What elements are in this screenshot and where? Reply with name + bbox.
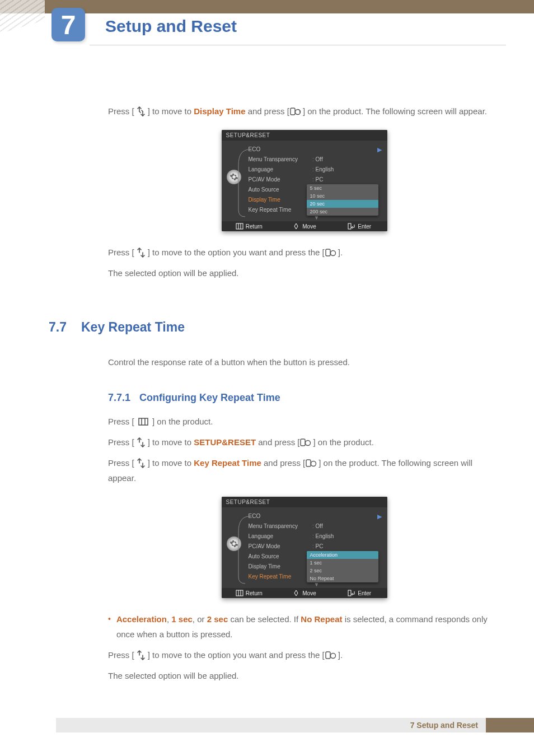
step-2: Press [] to move to SETUP&RESET and pres… bbox=[108, 435, 500, 450]
enter-ring-icon bbox=[299, 437, 313, 447]
osd-move-hint: Move bbox=[277, 590, 332, 596]
dropdown-option: No Repeat bbox=[307, 575, 378, 582]
updown-diamond-icon bbox=[292, 223, 300, 230]
osd-row-label: ECO bbox=[249, 513, 311, 519]
osd-row-value: PC bbox=[316, 176, 385, 183]
instruction-select-option: Press [] to move to the option you want … bbox=[108, 245, 500, 260]
option-1sec: 1 sec bbox=[171, 614, 193, 624]
up-down-icon bbox=[134, 247, 148, 257]
osd-screenshot-key-repeat: SETUP&RESET ▶ ECO Menu Transparency:Off … bbox=[222, 497, 387, 598]
osd-row-label: Language bbox=[249, 166, 311, 172]
section-number: 7.7 bbox=[49, 320, 67, 335]
osd-row-label: Key Repeat Time bbox=[249, 207, 311, 213]
display-time-dropdown: 5 sec 10 sec 20 sec 200 sec bbox=[307, 184, 378, 216]
osd-row-value: Off bbox=[316, 523, 385, 529]
diagonal-decoration bbox=[0, 0, 45, 34]
step-1: Press [ ] on the product. bbox=[108, 414, 500, 429]
footer-accent bbox=[486, 718, 534, 732]
up-down-icon bbox=[134, 458, 148, 468]
display-time-ref: Display Time bbox=[194, 106, 245, 116]
svg-marker-6 bbox=[294, 223, 298, 229]
section-title: Key Repeat Time bbox=[81, 320, 185, 335]
up-down-icon bbox=[134, 650, 148, 660]
svg-rect-7 bbox=[348, 223, 351, 229]
instruction-applied-2: The selected option will be applied. bbox=[108, 668, 500, 683]
option-acceleration: Acceleration bbox=[116, 614, 167, 624]
svg-rect-22 bbox=[326, 652, 330, 659]
footer-text: 7 Setup and Reset bbox=[410, 718, 478, 732]
subsection-title: Configuring Key Repeat Time bbox=[139, 392, 280, 403]
updown-diamond-icon bbox=[292, 590, 300, 596]
osd-row-value: PC bbox=[316, 543, 385, 549]
menu-icon bbox=[236, 223, 243, 230]
svg-rect-0 bbox=[291, 108, 295, 115]
osd-row-label-selected: Key Repeat Time bbox=[249, 573, 311, 580]
svg-marker-20 bbox=[294, 590, 298, 596]
osd-header: SETUP&RESET bbox=[222, 130, 387, 141]
osd-row-label: PC/AV Mode bbox=[249, 176, 311, 183]
osd-enter-hint: Enter bbox=[332, 590, 387, 596]
dropdown-option: 10 sec bbox=[307, 192, 378, 200]
osd-row-value: English bbox=[316, 166, 385, 172]
osd-row-label-selected: Display Time bbox=[249, 197, 311, 203]
svg-point-23 bbox=[330, 654, 335, 659]
chapter-badge: 7 bbox=[51, 8, 85, 41]
chapter-rule bbox=[90, 45, 506, 45]
osd-row-label: Display Time bbox=[249, 563, 311, 570]
enter-ring-icon bbox=[325, 650, 338, 660]
svg-rect-17 bbox=[236, 590, 243, 596]
chapter-title: Setup and Reset bbox=[105, 17, 237, 36]
dropdown-option: 1 sec bbox=[307, 559, 378, 567]
dropdown-option: 200 sec bbox=[307, 208, 378, 216]
svg-rect-3 bbox=[236, 223, 243, 229]
subsection-number: 7.7.1 bbox=[108, 392, 130, 403]
up-down-icon bbox=[134, 437, 148, 447]
svg-point-14 bbox=[306, 441, 311, 446]
osd-return-hint: Return bbox=[222, 223, 277, 230]
key-repeat-dropdown: Acceleration 1 sec 2 sec No Repeat bbox=[307, 551, 378, 582]
osd-header: SETUP&RESET bbox=[222, 497, 387, 507]
instruction-applied: The selected option will be applied. bbox=[108, 265, 500, 281]
svg-rect-21 bbox=[348, 590, 351, 596]
enter-ring-icon bbox=[325, 247, 338, 257]
svg-point-16 bbox=[311, 461, 316, 466]
osd-return-hint: Return bbox=[222, 590, 277, 596]
key-repeat-time-ref: Key Repeat Time bbox=[194, 458, 261, 468]
osd-row-value: English bbox=[316, 533, 385, 539]
instruction-display-time: Press [] to move to Display Time and pre… bbox=[108, 104, 500, 119]
enter-arrow-icon bbox=[348, 223, 355, 230]
bullet-icon: • bbox=[108, 612, 111, 627]
dropdown-option-selected: 20 sec bbox=[307, 200, 378, 208]
right-arrow-icon: ▶ bbox=[377, 146, 382, 153]
osd-row-label: PC/AV Mode bbox=[249, 543, 311, 549]
osd-row-label: Language bbox=[249, 533, 311, 539]
key-repeat-options-note: • Acceleration, 1 sec, or 2 sec can be s… bbox=[108, 612, 500, 642]
svg-rect-13 bbox=[301, 439, 305, 446]
svg-point-9 bbox=[330, 251, 335, 256]
section-description: Control the response rate of a button wh… bbox=[108, 354, 500, 370]
svg-rect-10 bbox=[139, 418, 148, 425]
menu-button-icon bbox=[137, 416, 150, 426]
enter-ring-icon bbox=[289, 106, 303, 116]
step-3: Press [] to move to Key Repeat Time and … bbox=[108, 455, 500, 486]
osd-row-label: ECO bbox=[249, 146, 311, 152]
option-no-repeat: No Repeat bbox=[301, 614, 342, 624]
right-arrow-icon: ▶ bbox=[377, 513, 382, 520]
setup-reset-ref: SETUP&RESET bbox=[194, 437, 256, 447]
dropdown-option: 2 sec bbox=[307, 567, 378, 575]
osd-row-label: Auto Source bbox=[249, 186, 311, 193]
osd-enter-hint: Enter bbox=[332, 223, 387, 230]
osd-row-label: Auto Source bbox=[249, 553, 311, 559]
enter-ring-icon bbox=[305, 458, 318, 468]
osd-row-label: Menu Transparency bbox=[249, 156, 311, 162]
up-down-icon bbox=[134, 106, 148, 116]
osd-row-label: Menu Transparency bbox=[249, 523, 311, 529]
svg-rect-15 bbox=[306, 460, 311, 466]
enter-arrow-icon bbox=[348, 590, 355, 596]
dropdown-option-selected: Acceleration bbox=[307, 551, 378, 559]
svg-rect-8 bbox=[326, 249, 330, 256]
osd-screenshot-display-time: SETUP&RESET ▶ ECO Menu Transparency:Off … bbox=[222, 130, 387, 231]
osd-move-hint: Move bbox=[277, 223, 332, 230]
option-2sec: 2 sec bbox=[207, 614, 228, 624]
instruction-select-option-2: Press [] to move to the option you want … bbox=[108, 647, 500, 662]
